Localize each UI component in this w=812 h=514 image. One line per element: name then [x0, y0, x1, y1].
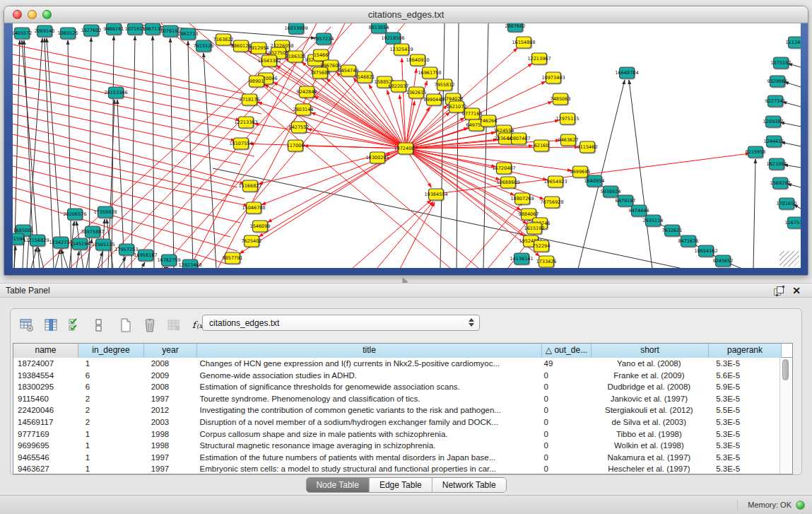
table-row[interactable]: 911546021997Tourette syndrome. Phenomeno… [13, 393, 780, 405]
import-table-disabled-icon[interactable] [165, 315, 183, 335]
cell-out_degree: 0 [541, 404, 591, 416]
graph-edge[interactable] [13, 166, 240, 223]
graph-edge[interactable] [402, 58, 406, 148]
graph-edge[interactable] [13, 84, 260, 135]
tab-edge-table[interactable]: Edge Table [370, 478, 433, 492]
graph-edge[interactable] [117, 100, 124, 268]
graph-edge[interactable] [483, 23, 488, 268]
table-row[interactable]: 2242004622012Investigating the contribut… [13, 404, 780, 416]
cell-name: 9699695 [13, 440, 78, 452]
column-header-pagerank[interactable]: pagerank [709, 344, 782, 358]
column-header-name[interactable]: name [13, 344, 78, 358]
column-header-year[interactable]: year [144, 344, 197, 358]
graph-edge[interactable] [264, 85, 406, 148]
table-row[interactable]: 946554611997Estimation of the future num… [13, 452, 780, 464]
canvas-resize-grip[interactable] [779, 251, 799, 267]
graph-node-label: 15166827 [238, 183, 261, 189]
graph-node-label: 9857791 [223, 255, 243, 261]
show-columns-icon[interactable] [42, 315, 60, 335]
column-header-title[interactable]: title [197, 344, 542, 358]
cell-title: Changes of HCN gene expression and I(f) … [197, 358, 541, 370]
graph-node-label: 8215958 [746, 149, 766, 155]
network-window-titlebar[interactable]: citations_edges.txt [4, 6, 808, 23]
graph-node-label: 9466161 [104, 26, 124, 32]
cell-in_degree: 1 [78, 463, 144, 474]
table-row[interactable]: 1830029562008Estimation of significance … [13, 381, 780, 393]
table-row[interactable]: 1938455462009Genome-wide association stu… [13, 370, 780, 382]
memory-status-indicator[interactable] [796, 501, 805, 510]
graph-node-label: 9242848 [297, 89, 317, 95]
graph-edge[interactable] [68, 40, 71, 268]
graph-node-label: 1615192 [524, 226, 545, 231]
select-all-rows-icon[interactable] [66, 315, 84, 335]
graph-node-label: 9115460 [577, 144, 598, 150]
cell-in_degree: 1 [78, 440, 144, 452]
column-header-short[interactable]: short [592, 344, 709, 358]
graph-edge[interactable] [213, 168, 683, 268]
table-row[interactable]: 946362711997Embryonic stem cells: a mode… [13, 463, 780, 474]
graph-edge[interactable] [119, 257, 126, 268]
graph-edge[interactable] [377, 201, 433, 268]
graph-node-label: 7615526 [194, 43, 214, 49]
network-canvas-svg[interactable]: 1872400714055722069140106552515276029466… [13, 23, 801, 268]
graph-node-label: 1640954 [584, 178, 605, 184]
row-options-icon[interactable] [90, 315, 108, 335]
graph-node-label: 6822037 [389, 83, 409, 89]
graph-node-label: 1546099 [250, 223, 271, 229]
float-window-icon[interactable] [774, 286, 784, 296]
tab-network-table[interactable]: Network Table [433, 478, 506, 492]
graph-edge[interactable] [69, 37, 310, 268]
column-header-in_degree[interactable]: in_degree [78, 344, 144, 358]
graph-node-label: 12213967 [527, 56, 551, 62]
graph-edge[interactable] [153, 36, 154, 268]
graph-node-label: 1405572 [13, 30, 32, 36]
graph-edge[interactable] [164, 267, 168, 268]
cell-name: 19384554 [13, 370, 78, 382]
graph-edge[interactable] [141, 262, 145, 268]
graph-node-label: 18107554 [229, 141, 252, 146]
vertical-scrollbar[interactable] [779, 358, 792, 474]
cell-short: Hescheler et al. (1997) [590, 463, 707, 474]
cell-year: 1997 [144, 393, 197, 405]
graph-edge[interactable] [352, 200, 431, 268]
scrollbar-thumb[interactable] [782, 359, 789, 380]
network-table-selector[interactable]: citations_edges.txt [202, 315, 480, 331]
new-document-icon[interactable] [117, 315, 135, 335]
cell-name: 18724007 [13, 358, 78, 370]
table-row[interactable]: 969969511998Structural magnetic resonanc… [13, 440, 780, 452]
graph-node-label: 1685001 [13, 228, 34, 233]
graph-edge[interactable] [61, 250, 68, 268]
graph-edge[interactable] [13, 114, 240, 165]
graph-edge[interactable] [13, 156, 248, 206]
graph-node-label: 12975115 [555, 116, 579, 122]
table-row[interactable]: 1872400712008Changes of HCN gene express… [13, 358, 780, 370]
graph-node-label: 9777169 [462, 111, 483, 117]
graph-edge[interactable] [406, 69, 416, 148]
cell-year: 1998 [144, 440, 197, 452]
cell-year: 2012 [144, 404, 197, 416]
cell-out_degree: 0 [541, 428, 591, 440]
network-view[interactable]: 1872400714055722069140106552515276029466… [13, 23, 801, 268]
network-frame: 1872400714055722069140106552515276029466… [4, 23, 808, 276]
delete-table-icon[interactable] [141, 315, 159, 335]
table-settings-icon[interactable] [18, 315, 36, 335]
network-window[interactable]: citations_edges.txt 18724007140557220691… [4, 6, 808, 276]
table-row[interactable]: 1456911722003Disruption of a novel membe… [13, 416, 780, 428]
graph-edge[interactable] [629, 80, 652, 268]
table-panel-well: f (x) citations_edges.txt namein_degreey… [10, 308, 802, 475]
memory-status: Memory: OK [737, 499, 805, 510]
graph-edge[interactable] [240, 148, 406, 254]
graph-node-label: 9699695 [570, 169, 591, 175]
graph-edge[interactable] [753, 159, 755, 268]
cell-year: 1998 [144, 428, 197, 440]
cell-title: Estimation of the future numbers of pati… [197, 452, 541, 464]
graph-edge[interactable] [13, 94, 235, 141]
graph-edge[interactable] [13, 45, 246, 94]
graph-edge[interactable] [273, 82, 406, 148]
graph-edge[interactable] [170, 38, 174, 268]
tab-node-table[interactable]: Node Table [306, 478, 370, 492]
table-row[interactable]: 977716911998Corpus callosum shape and si… [13, 428, 780, 440]
graph-node-label: 18640910 [406, 57, 429, 63]
column-header-out_degree[interactable]: △ out_de... [542, 344, 592, 358]
close-panel-icon[interactable]: ✕ [792, 285, 801, 296]
